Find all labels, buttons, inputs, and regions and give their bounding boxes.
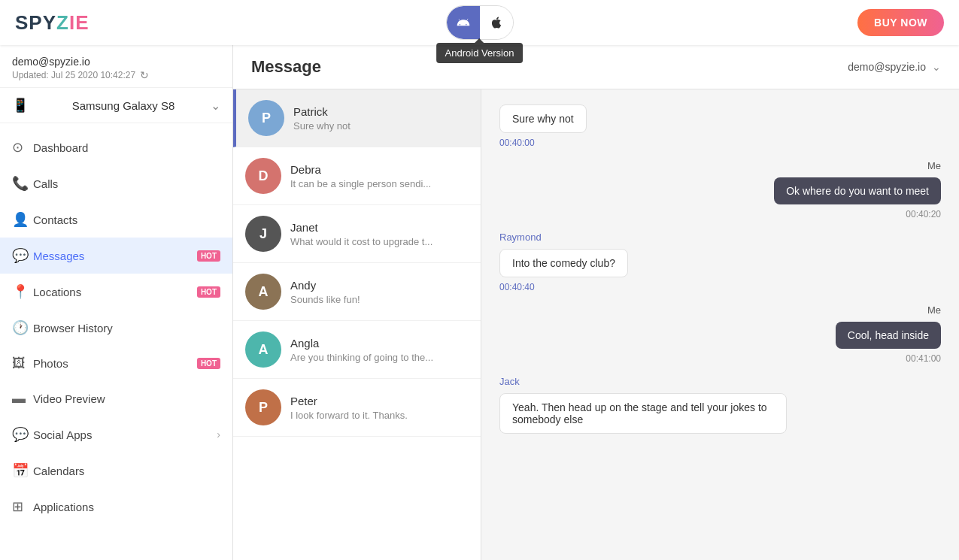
contact-preview-angla: Are you thinking of going to the... [290, 352, 469, 363]
contact-name-janet: Janet [290, 221, 469, 234]
device-chevron-icon[interactable]: ⌄ [211, 98, 220, 113]
sidebar-item-video-preview[interactable]: ▬Video Preview [0, 381, 232, 416]
contact-item-angla[interactable]: AAnglaAre you thinking of going to the..… [233, 321, 481, 379]
message-group-5: JackYeah. Then head up on the stage and … [499, 376, 941, 434]
bubble-row-3: Into the comedy club? [499, 249, 941, 277]
message-bubble-2: Ok where do you want to meet [774, 177, 941, 204]
content-area: PPatrickSure why notDDebraIt can be a si… [233, 89, 959, 560]
message-group-4: MeCool, head inside00:41:00 [499, 304, 941, 364]
message-sender-3: Raymond [499, 232, 941, 243]
message-sender-4: Me [499, 304, 941, 316]
sidebar-label-calendars: Calendars [33, 465, 220, 477]
message-bubble-5: Yeah. Then head up on the stage and tell… [499, 393, 787, 434]
sidebar-label-contacts: Contacts [33, 213, 220, 226]
platform-tabs [446, 5, 514, 40]
contact-item-peter[interactable]: PPeterI look forward to it. Thanks. [233, 379, 481, 437]
refresh-icon[interactable]: ↻ [140, 69, 149, 81]
bubble-row-2: Ok where do you want to meet [499, 177, 941, 204]
apple-tab[interactable] [480, 6, 513, 39]
contact-preview-andy: Sounds like fun! [290, 294, 469, 305]
contact-name-debra: Debra [290, 163, 469, 176]
logo-ie: IE [69, 11, 90, 34]
message-time-3: 00:40:40 [499, 282, 941, 292]
logo-z: Z [56, 11, 69, 34]
message-time-4: 00:41:00 [499, 353, 941, 364]
contact-item-patrick[interactable]: PPatrickSure why not [233, 89, 481, 147]
applications-icon: ⊞ [12, 498, 33, 515]
contacts-icon: 👤 [12, 211, 33, 228]
avatar-debra: D [245, 158, 281, 194]
sidebar-item-messages[interactable]: 💬MessagesHOT [0, 238, 232, 274]
contact-name-angla: Angla [290, 337, 469, 350]
user-email: demo@spyzie.io [12, 56, 220, 68]
contact-name-andy: Andy [290, 279, 469, 292]
sidebar-item-photos[interactable]: 🖼PhotosHOT [0, 346, 232, 381]
account-chevron-icon: ⌄ [932, 61, 941, 73]
sidebar-item-applications[interactable]: ⊞Applications [0, 489, 232, 525]
sidebar-item-dashboard[interactable]: ⊙Dashboard [0, 129, 232, 165]
avatar-janet: J [245, 216, 281, 252]
page-header: Message demo@spyzie.io ⌄ [233, 45, 959, 89]
contact-item-janet[interactable]: JJanetWhat would it cost to upgrade t... [233, 205, 481, 263]
contact-preview-janet: What would it cost to upgrade t... [290, 236, 469, 247]
android-version-tooltip: Android Version [436, 43, 524, 63]
sidebar-item-locations[interactable]: 📍LocationsHOT [0, 274, 232, 310]
calls-icon: 📞 [12, 175, 33, 192]
locations-icon: 📍 [12, 283, 33, 300]
logo-text: SPY [15, 11, 56, 34]
contact-item-andy[interactable]: AAndySounds like fun! [233, 263, 481, 321]
message-sender-2: Me [499, 160, 941, 171]
account-dropdown[interactable]: demo@spyzie.io ⌄ [848, 61, 941, 73]
social-apps-icon: 💬 [12, 426, 33, 443]
sidebar-label-photos: Photos [33, 357, 193, 370]
photos-icon: 🖼 [12, 356, 33, 371]
sidebar-item-calls[interactable]: 📞Calls [0, 165, 232, 201]
avatar-andy: A [245, 274, 281, 310]
message-sender-5: Jack [499, 376, 941, 387]
device-selector[interactable]: 📱 Samsung Galaxy S8 ⌄ [0, 87, 232, 123]
sidebar-item-social-apps[interactable]: 💬Social Apps› [0, 416, 232, 453]
dashboard-icon: ⊙ [12, 139, 33, 156]
buy-now-button[interactable]: BUY NOW [857, 9, 944, 36]
message-group-2: MeOk where do you want to meet00:40:20 [499, 160, 941, 219]
contact-preview-debra: It can be a single person sendi... [290, 178, 469, 189]
sidebar-label-video-preview: Video Preview [33, 392, 220, 405]
page-title: Message [251, 57, 321, 77]
browser-history-icon: 🕐 [12, 319, 33, 336]
message-time-2: 00:40:20 [499, 209, 941, 219]
contact-info-janet: JanetWhat would it cost to upgrade t... [290, 221, 469, 247]
video-preview-icon: ▬ [12, 391, 33, 407]
main-content: Message demo@spyzie.io ⌄ PPatrickSure wh… [233, 45, 959, 560]
message-bubble-3: Into the comedy club? [499, 249, 628, 277]
contact-list: PPatrickSure why notDDebraIt can be a si… [233, 89, 481, 560]
avatar-angla: A [245, 331, 281, 368]
nav-list: ⊙Dashboard📞Calls👤Contacts💬MessagesHOT📍Lo… [0, 129, 232, 525]
contact-info-patrick: PatrickSure why not [293, 105, 469, 132]
account-email: demo@spyzie.io [848, 61, 926, 73]
contact-info-peter: PeterI look forward to it. Thanks. [290, 395, 469, 421]
sidebar-item-contacts[interactable]: 👤Contacts [0, 201, 232, 238]
sidebar-label-social-apps: Social Apps [33, 428, 217, 441]
sidebar-label-locations: Locations [33, 286, 193, 298]
message-group-1: Sure why not00:40:00 [499, 104, 941, 148]
app-header: SPYZIE Android Version BUY NOW [0, 0, 959, 45]
contact-preview-patrick: Sure why not [293, 120, 469, 132]
sidebar-item-calendars[interactable]: 📅Calendars [0, 453, 232, 489]
user-info: demo@spyzie.io Updated: Jul 25 2020 10:4… [0, 45, 232, 87]
android-tab[interactable] [447, 6, 480, 39]
message-group-3: RaymondInto the comedy club?00:40:40 [499, 232, 941, 292]
contact-info-angla: AnglaAre you thinking of going to the... [290, 337, 469, 363]
device-name: Samsung Galaxy S8 [72, 99, 175, 112]
sidebar-label-browser-history: Browser History [33, 322, 220, 334]
platform-selector: Android Version [446, 5, 514, 40]
messages-icon: 💬 [12, 247, 33, 264]
chat-area: Sure why not00:40:00MeOk where do you wa… [481, 89, 959, 560]
sidebar-item-browser-history[interactable]: 🕐Browser History [0, 310, 232, 346]
bubble-row-4: Cool, head inside [499, 322, 941, 349]
logo: SPYZIE [15, 11, 90, 35]
hot-badge-messages: HOT [197, 250, 220, 262]
contact-item-debra[interactable]: DDebraIt can be a single person sendi... [233, 147, 481, 205]
calendars-icon: 📅 [12, 462, 33, 479]
message-bubble-4: Cool, head inside [836, 322, 941, 349]
hot-badge-photos: HOT [197, 358, 220, 369]
